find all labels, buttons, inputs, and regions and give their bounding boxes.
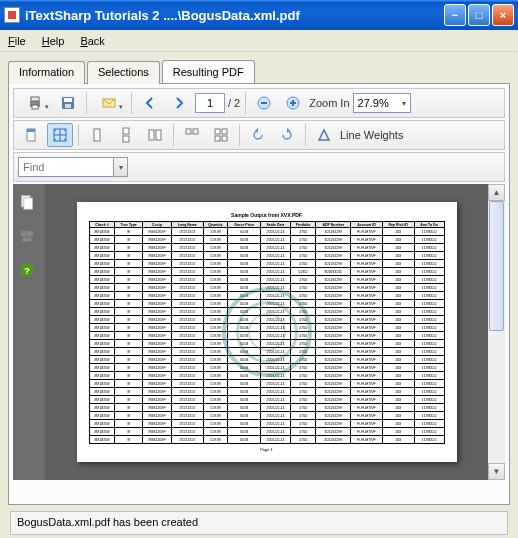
- table-row: MX04958BRS9426XFDCD.DLD119.9934.942001-0…: [89, 348, 444, 356]
- svg-rect-15: [94, 129, 100, 141]
- svg-point-28: [21, 230, 27, 236]
- scroll-thumb[interactable]: [489, 201, 504, 331]
- fit-page-button[interactable]: [47, 123, 73, 147]
- svg-rect-16: [123, 128, 129, 134]
- find-input[interactable]: [18, 157, 114, 177]
- svg-rect-4: [64, 98, 72, 102]
- page-nav-button[interactable]: [18, 123, 44, 147]
- pdf-canvas[interactable]: Sample Output from XVX.PDF Check #Trns T…: [45, 184, 488, 480]
- four-up-button[interactable]: [208, 123, 234, 147]
- attachments-pane-icon[interactable]: [19, 228, 39, 248]
- table-row: MX04958BRS9426XFDCD.DLD119.9934.942001-0…: [89, 396, 444, 404]
- svg-rect-19: [156, 130, 161, 140]
- svg-rect-30: [22, 238, 32, 242]
- page-sep: /: [228, 97, 231, 109]
- svg-rect-20: [186, 129, 191, 134]
- zoom-label: Zoom In: [309, 97, 349, 109]
- help-pane-icon[interactable]: ?: [19, 262, 39, 282]
- page-number-input[interactable]: [195, 93, 225, 113]
- zoom-out-button[interactable]: [251, 91, 277, 115]
- window-title: iTextSharp Tutorials 2 ....\BogusData.xm…: [25, 8, 300, 23]
- table-row: MX04958BRS9426XFDCD.DLD119.9934.942001-0…: [89, 428, 444, 436]
- toolbar-row-1: / 2 Zoom In 27.9%: [13, 88, 505, 118]
- rotate-cw-button[interactable]: [274, 123, 300, 147]
- table-row: MX04958BRS9426XFDCD.DLD119.9934.942001-0…: [89, 372, 444, 380]
- titlebar[interactable]: iTextSharp Tutorials 2 ....\BogusData.xm…: [0, 0, 518, 30]
- next-page-button[interactable]: [166, 91, 192, 115]
- tab-selections[interactable]: Selections: [87, 61, 160, 84]
- table-row: MX04958BRS9426XFDCD.DLD119.9934.942001-0…: [89, 308, 444, 316]
- table-row: MX04958BRS9426XFDCD.DLD119.9934.942001-0…: [89, 356, 444, 364]
- single-page-button[interactable]: [84, 123, 110, 147]
- tab-strip: Information Selections Resulting PDF: [8, 60, 510, 83]
- toolbar-row-2: Line Weights: [13, 120, 505, 150]
- table-row: MX04958BRS9426XFDCD.DLD119.9934.942001-0…: [89, 436, 444, 444]
- svg-text:?: ?: [24, 265, 30, 276]
- svg-point-29: [27, 230, 33, 236]
- table-row: MX04958BRS9426XFDCD.DLD119.9934.942001-0…: [89, 236, 444, 244]
- pdf-table: Check #Trns TypeCusipLong NameQuantityGr…: [89, 221, 445, 444]
- scroll-down-button[interactable]: ▼: [488, 463, 505, 480]
- print-button[interactable]: [18, 91, 52, 115]
- menubar: File Help Back: [0, 30, 518, 52]
- svg-rect-24: [215, 136, 220, 141]
- table-row: MX04958BRS9426XFDCD.DLD119.9934.942001-0…: [89, 364, 444, 372]
- table-row: MX04958BRS9426XFDCD.DLD119.9934.942001-0…: [89, 252, 444, 260]
- close-button[interactable]: ×: [492, 4, 514, 26]
- scroll-up-button[interactable]: ▲: [488, 184, 505, 201]
- table-row: MX04958BRS9426XFDCD.DLD119.9934.942001-0…: [89, 244, 444, 252]
- menu-file[interactable]: File: [8, 35, 26, 47]
- svg-rect-23: [222, 129, 227, 134]
- tab-resulting-pdf[interactable]: Resulting PDF: [162, 60, 255, 83]
- table-row: MX04958BRS9426XFDCD.DLD119.9934.942001-0…: [89, 340, 444, 348]
- table-row: MX04958BRS9426XFDCD.DLD119.9934.942001-0…: [89, 284, 444, 292]
- table-row: MX04958BRS9426XFDCD.DLD119.9934.942001-0…: [89, 332, 444, 340]
- svg-rect-22: [215, 129, 220, 134]
- zoom-in-button[interactable]: [280, 91, 306, 115]
- pdf-viewer: ? Sample Output from XVX.PDF Check #Trns…: [13, 184, 505, 480]
- menu-help[interactable]: Help: [42, 35, 65, 47]
- svg-rect-25: [222, 136, 227, 141]
- tab-panel: / 2 Zoom In 27.9% Line Weights: [8, 83, 510, 505]
- email-button[interactable]: [92, 91, 126, 115]
- table-row: MX04958BRS9426XFDCD.DLD119.9934.942001-0…: [89, 292, 444, 300]
- status-text: BogusData.xml.pdf has been created: [17, 516, 198, 528]
- svg-rect-1: [31, 97, 39, 101]
- rotate-ccw-button[interactable]: [245, 123, 271, 147]
- table-row: MX04958BRS9426XFDCD.DLD119.9934.942001-0…: [89, 380, 444, 388]
- table-row: MX04958BRS9426XFDCD.DLD119.9934.942001-0…: [89, 324, 444, 332]
- table-row: MX04958BRS9426XFDCD.DLD119.9934.942001-0…: [89, 268, 444, 276]
- viewer-sidebar: ?: [13, 184, 45, 480]
- app-icon: [4, 7, 20, 23]
- maximize-button[interactable]: □: [468, 4, 490, 26]
- svg-rect-27: [24, 198, 33, 209]
- save-button[interactable]: [55, 91, 81, 115]
- pdf-title: Sample Output from XVX.PDF: [89, 212, 445, 218]
- pdf-footer: Page 1: [89, 447, 445, 452]
- two-up-button[interactable]: [179, 123, 205, 147]
- facing-button[interactable]: [142, 123, 168, 147]
- table-row: MX04958BRS9426XFDCD.DLD119.9934.942001-0…: [89, 420, 444, 428]
- prev-page-button[interactable]: [137, 91, 163, 115]
- vertical-scrollbar[interactable]: ▲ ▼: [488, 184, 505, 480]
- svg-rect-5: [65, 104, 71, 108]
- svg-rect-13: [27, 129, 35, 132]
- menu-back[interactable]: Back: [80, 35, 104, 47]
- table-row: MX04958BRS9426XFDCD.DLD119.9934.942001-0…: [89, 404, 444, 412]
- pdf-page: Sample Output from XVX.PDF Check #Trns T…: [77, 202, 457, 462]
- page-total: 2: [234, 97, 240, 109]
- svg-rect-18: [149, 130, 154, 140]
- toolbar-row-3: ▾: [13, 152, 505, 182]
- find-dropdown[interactable]: ▾: [114, 157, 128, 177]
- table-row: MX04958BRS9426XFDCD.DLD119.9934.942001-0…: [89, 300, 444, 308]
- continuous-button[interactable]: [113, 123, 139, 147]
- tab-information[interactable]: Information: [8, 61, 85, 84]
- table-row: MX04958BRS9426XFDCD.DLD119.9934.942001-0…: [89, 412, 444, 420]
- line-weights-icon[interactable]: [311, 123, 337, 147]
- status-bar: BogusData.xml.pdf has been created: [10, 511, 508, 535]
- minimize-button[interactable]: −: [444, 4, 466, 26]
- pages-pane-icon[interactable]: [19, 194, 39, 214]
- zoom-select[interactable]: 27.9%: [353, 93, 411, 113]
- table-row: MX04958BRS9426XFDCD.DLD119.9934.942001-0…: [89, 316, 444, 324]
- svg-rect-2: [32, 105, 38, 109]
